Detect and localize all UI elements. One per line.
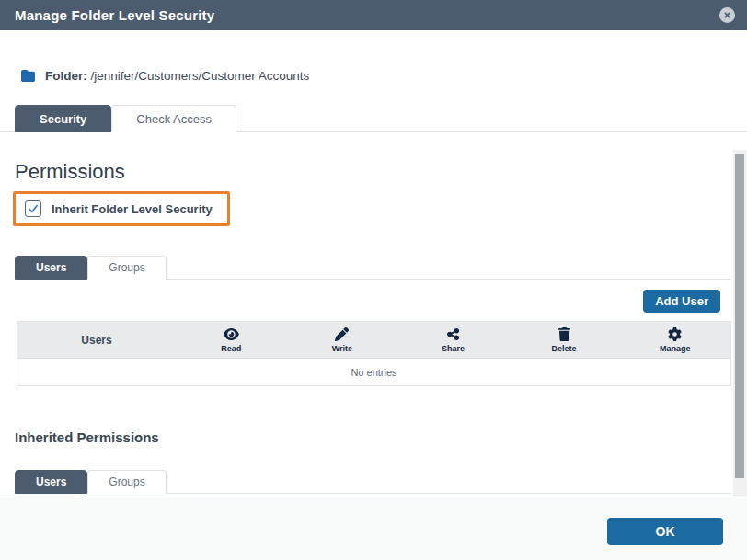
folder-icon [20, 69, 36, 83]
checkmark-icon [28, 203, 39, 214]
gear-icon [668, 327, 682, 341]
scrollbar-thumb[interactable] [735, 154, 744, 478]
read-column-header: Read [176, 322, 287, 358]
trash-icon [558, 327, 570, 341]
permissions-table: Users Read Write Share Delete Manage [17, 321, 731, 386]
modal-footer: OK [0, 497, 747, 560]
share-icon [447, 327, 459, 341]
inherited-tab-groups[interactable]: Groups [87, 470, 166, 494]
share-column-label: Share [442, 344, 465, 353]
add-user-button[interactable]: Add User [643, 290, 720, 313]
inherited-tab-users[interactable]: Users [15, 470, 87, 494]
permissions-table-header: Users Read Write Share Delete Manage [17, 322, 730, 359]
folder-path-row: Folder: /jennifer/Customers/Customer Acc… [20, 69, 747, 83]
users-column-header: Users [17, 322, 176, 358]
folder-label: Folder: [45, 69, 87, 83]
main-tabbar: Security Check Access [0, 104, 747, 132]
inherit-security-label: Inherit Folder Level Security [52, 202, 213, 216]
modal-body: Permissions Inherit Folder Level Securit… [0, 132, 747, 497]
users-groups-tabbar: Users Groups [15, 255, 731, 280]
close-icon[interactable] [719, 7, 735, 23]
share-column-header: Share [397, 322, 509, 358]
tab-security[interactable]: Security [15, 105, 111, 132]
eye-icon [224, 327, 239, 341]
write-column-label: Write [332, 344, 352, 353]
modal-title: Manage Folder Level Security [15, 7, 214, 23]
manage-column-header: Manage [619, 322, 730, 358]
tab-users[interactable]: Users [15, 256, 87, 280]
inherited-permissions-heading: Inherited Permissions [15, 429, 747, 446]
delete-column-header: Delete [509, 322, 620, 358]
permissions-heading: Permissions [15, 160, 747, 184]
manage-column-label: Manage [660, 344, 691, 353]
folder-path: /jennifer/Customers/Customer Accounts [91, 69, 310, 83]
ok-button[interactable]: OK [607, 518, 723, 545]
tab-groups[interactable]: Groups [87, 256, 166, 280]
write-column-header: Write [287, 322, 398, 358]
delete-column-label: Delete [552, 344, 577, 353]
modal-header: Manage Folder Level Security [0, 0, 747, 30]
inherit-security-highlight: Inherit Folder Level Security [13, 191, 230, 226]
pencil-icon [335, 327, 349, 341]
inherited-users-groups-tabbar: Users Groups [15, 469, 731, 494]
inherit-security-checkbox[interactable] [25, 200, 41, 217]
read-column-label: Read [221, 344, 241, 353]
table-empty-row: No entries [17, 359, 730, 385]
tab-check-access[interactable]: Check Access [111, 105, 236, 132]
add-user-row: Add User [0, 290, 747, 313]
scrollbar-track[interactable] [733, 150, 747, 497]
